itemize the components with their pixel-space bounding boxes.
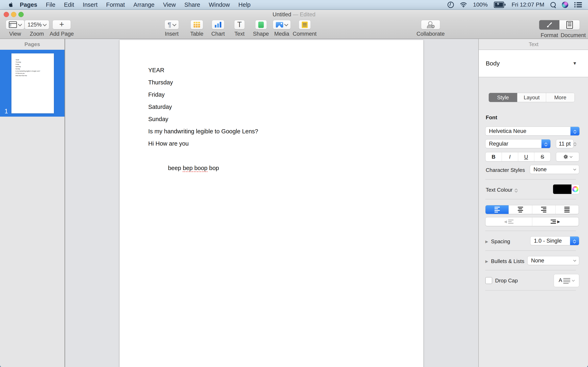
font-family-dropdown[interactable]: Helvetica Neue (485, 127, 580, 136)
current-colour-swatch[interactable] (553, 184, 571, 194)
menu-item[interactable]: Help (234, 1, 255, 8)
menu-items: PagesFileEditInsertFormatArrangeViewShar… (16, 1, 255, 8)
drop-cap-style-button[interactable]: A (554, 274, 579, 287)
inspector-header: Text (479, 39, 588, 50)
paragraph-style-row[interactable]: Body ▼ (479, 50, 588, 77)
document-button[interactable] (559, 20, 580, 30)
menu-item[interactable]: Edit (60, 1, 78, 8)
menu-item[interactable]: Format (102, 1, 129, 8)
chevron-down-icon (18, 22, 22, 26)
colour-wheel-icon[interactable] (572, 186, 579, 192)
font-size-stepper[interactable] (574, 139, 576, 148)
toolbar-item-media: Media (273, 20, 291, 37)
view-button[interactable] (6, 20, 25, 29)
document-line[interactable]: Friday (148, 89, 423, 101)
document-line[interactable]: Hi How are you (148, 137, 423, 150)
strikethrough-button[interactable]: S (534, 152, 550, 161)
format-button[interactable] (539, 20, 559, 30)
italic-button[interactable]: I (502, 152, 518, 161)
page-thumbnail[interactable]: YEARThursdayFridaySaturdaySundayIs my ha… (11, 53, 54, 113)
dropdown-triangle-icon[interactable]: ▼ (572, 61, 577, 66)
format-document-segment (539, 20, 580, 30)
add-person-badge: + (432, 25, 435, 28)
menu-item[interactable]: Pages (16, 1, 42, 8)
document-line-last[interactable]: beep bep boop bop (148, 150, 423, 162)
toolbar-item-view: View (6, 20, 25, 37)
stepper-icon[interactable] (570, 236, 579, 245)
chart-button[interactable] (212, 20, 224, 29)
shape-button[interactable] (255, 20, 267, 29)
menu-item[interactable]: Window (204, 1, 234, 8)
menu-item[interactable]: Arrange (129, 1, 159, 8)
disclosure-triangle-icon[interactable]: ▶ (485, 259, 488, 264)
media-label: Media (274, 31, 289, 37)
stepper-icon[interactable] (541, 140, 550, 148)
increase-indent-button[interactable]: ▶ (532, 217, 579, 226)
thumbnail-text: YEARThursdayFridaySaturdaySundayIs my ha… (11, 53, 54, 77)
gear-icon (563, 154, 568, 159)
bullets-label: Bullets & Lists (491, 258, 524, 264)
thumbnail-line: Friday (16, 63, 54, 66)
menu-bar: PagesFileEditInsertFormatArrangeViewShar… (0, 0, 588, 9)
menu-bar-status: 100% Fri 12:07 PM (448, 0, 582, 9)
underline-button[interactable]: U (518, 152, 535, 161)
align-left-button[interactable] (485, 205, 509, 214)
toolbar-item-collaborate: + Collaborate (416, 20, 445, 37)
inspector-tab[interactable]: More (546, 93, 575, 102)
text-button[interactable]: T (234, 20, 245, 29)
menu-bar-clock[interactable]: Fri 12:07 PM (512, 1, 544, 8)
apple-menu-icon[interactable] (8, 1, 14, 8)
document-line[interactable]: YEAR (148, 64, 423, 76)
menu-item[interactable]: Share (180, 1, 204, 8)
align-center-button[interactable] (509, 205, 532, 214)
wifi-icon[interactable] (460, 2, 467, 7)
zoom-button[interactable]: 125% (25, 20, 49, 29)
text-colour-label-text: Text Colour (486, 187, 513, 193)
paintbrush-icon (546, 22, 553, 28)
document-text[interactable]: YEARThursdayFridaySaturdaySundayIs my ha… (120, 40, 423, 162)
battery-icon[interactable] (494, 2, 506, 8)
document-line[interactable]: Is my handwriting legible to Google Lens… (148, 125, 423, 137)
indent-buttons: ◀ ▶ (485, 217, 579, 226)
spotlight-search-icon[interactable] (550, 2, 556, 7)
battery-percent: 100% (473, 1, 488, 8)
add-page-button[interactable]: + (52, 20, 71, 29)
stepper-icon[interactable] (571, 127, 579, 135)
bold-button[interactable]: B (485, 152, 502, 161)
notification-center-icon[interactable] (574, 2, 582, 7)
text-colour-swatch[interactable] (553, 184, 579, 194)
document-page[interactable]: YEARThursdayFridaySaturdaySundayIs my ha… (120, 40, 424, 367)
collaborate-button[interactable]: + (421, 20, 440, 29)
page-thumbnail-selection[interactable]: YEARThursdayFridaySaturdaySundayIs my ha… (0, 50, 65, 117)
comment-button[interactable] (299, 20, 311, 29)
menu-item[interactable]: View (159, 1, 180, 8)
font-size-field[interactable]: 11 pt (556, 139, 573, 148)
drop-cap-checkbox[interactable] (485, 277, 492, 284)
inspector-tab[interactable]: Style (489, 93, 517, 102)
stepper-icon[interactable] (515, 188, 517, 192)
character-styles-dropdown[interactable]: None (530, 165, 579, 174)
drop-cap-icon: A (559, 277, 570, 284)
document-line[interactable]: Saturday (148, 101, 423, 113)
menu-item[interactable]: File (42, 1, 60, 8)
menu-item[interactable]: Insert (78, 1, 102, 8)
toolbar-item-add-page: + Add Page (50, 20, 74, 37)
align-right-button[interactable] (532, 205, 555, 214)
view-layout-icon (9, 21, 17, 28)
bullets-dropdown[interactable]: None (527, 256, 579, 265)
table-button[interactable] (190, 20, 203, 29)
align-justify-button[interactable] (555, 205, 579, 214)
font-weight-dropdown[interactable]: Regular (485, 139, 551, 148)
advanced-options-button[interactable] (556, 152, 579, 161)
document-line[interactable]: Sunday (148, 113, 423, 125)
media-button[interactable] (273, 20, 291, 29)
document-line[interactable]: Thursday (148, 76, 423, 89)
status-circle-icon[interactable] (448, 2, 454, 8)
inspector-tab[interactable]: Layout (517, 93, 546, 102)
siri-icon[interactable] (562, 2, 568, 8)
spacing-dropdown[interactable]: 1.0 - Single (530, 236, 579, 245)
insert-button[interactable]: ¶ (164, 20, 179, 29)
chart-label: Chart (211, 31, 225, 37)
disclosure-triangle-icon[interactable]: ▶ (485, 239, 488, 244)
decrease-indent-button[interactable]: ◀ (485, 217, 532, 226)
